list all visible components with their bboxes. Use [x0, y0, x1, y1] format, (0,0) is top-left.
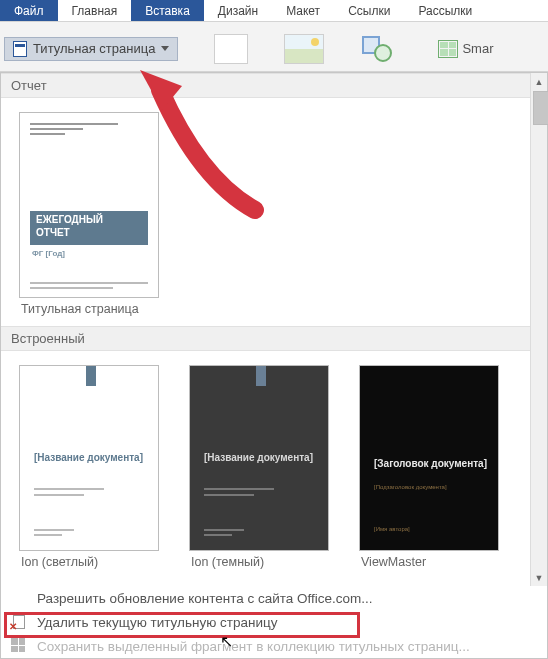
tab-design[interactable]: Дизайн	[204, 0, 272, 21]
ion-light-title: [Название документа]	[34, 452, 143, 464]
report-band-1: ЕЖЕГОДНЫЙ	[36, 214, 103, 225]
scroll-thumb[interactable]	[533, 91, 548, 125]
menubar: Файл Главная Вставка Дизайн Макет Ссылки…	[0, 0, 548, 22]
section-report: Отчет	[1, 73, 530, 98]
cover-page-icon	[13, 41, 27, 57]
ion-light-caption: Ion (светлый)	[19, 551, 159, 573]
vm-author: [Имя автора]	[374, 526, 410, 532]
gallery-item-ion-dark[interactable]: [Название документа] Ion (темный)	[189, 365, 329, 573]
cover-page-gallery: Отчет ЕЖЕГОДНЫЙ ОТЧЕТ ФГ [Год] Титульная…	[0, 72, 548, 659]
tab-file[interactable]: Файл	[0, 0, 58, 21]
tab-mailings[interactable]: Рассылки	[404, 0, 486, 21]
report-sub: ФГ [Год]	[32, 249, 65, 258]
vm-title: [Заголовок документа]	[374, 458, 487, 470]
menu-remove-current-label: Удалить текущую титульную страницу	[37, 615, 277, 630]
ion-dark-title: [Название документа]	[204, 452, 313, 464]
remove-page-icon: ✕	[11, 614, 27, 630]
menu-allow-update-label: Разрешить обновление контента с сайта Of…	[37, 591, 373, 606]
menu-save-selection: Сохранить выделенный фрагмент в коллекци…	[1, 634, 547, 658]
smartart-label: Smar	[462, 41, 493, 56]
scroll-down-icon[interactable]: ▼	[531, 569, 547, 586]
gallery-item-ion-light[interactable]: [Название документа] Ion (светлый)	[19, 365, 159, 573]
tab-references[interactable]: Ссылки	[334, 0, 404, 21]
tab-home[interactable]: Главная	[58, 0, 132, 21]
globe-icon	[11, 590, 27, 606]
menu-allow-update[interactable]: Разрешить обновление контента с сайта Of…	[1, 586, 547, 610]
gallery-item-report[interactable]: ЕЖЕГОДНЫЙ ОТЧЕТ ФГ [Год] Титульная стран…	[19, 112, 159, 320]
report-caption: Титульная страница	[19, 298, 159, 320]
table-button[interactable]	[214, 34, 248, 64]
scroll-up-icon[interactable]: ▲	[531, 73, 547, 90]
shapes-button[interactable]	[360, 34, 402, 64]
smartart-icon	[438, 40, 458, 58]
vm-caption: ViewMaster	[359, 551, 499, 573]
tab-insert[interactable]: Вставка	[131, 0, 204, 21]
report-band-2: ОТЧЕТ	[36, 227, 70, 238]
section-builtin: Встроенный	[1, 326, 530, 351]
smartart-button[interactable]: Smar	[438, 40, 493, 58]
vm-sub: [Подзаголовок документа]	[374, 484, 447, 490]
gallery-scrollbar[interactable]: ▲ ▼	[530, 73, 547, 586]
cover-page-dropdown[interactable]: Титульная страница	[4, 37, 178, 61]
pictures-button[interactable]	[284, 34, 324, 64]
gallery-footer-menu: Разрешить обновление контента с сайта Of…	[1, 586, 547, 658]
menu-save-selection-label: Сохранить выделенный фрагмент в коллекци…	[37, 639, 470, 654]
menu-remove-current[interactable]: ✕ Удалить текущую титульную страницу	[1, 610, 547, 634]
chevron-down-icon	[161, 46, 169, 51]
ion-dark-caption: Ion (темный)	[189, 551, 329, 573]
cover-page-label: Титульная страница	[33, 41, 155, 56]
ribbon: Титульная страница Smar	[0, 22, 548, 72]
gallery-item-viewmaster[interactable]: [Заголовок документа] [Подзаголовок доку…	[359, 365, 499, 573]
tab-layout[interactable]: Макет	[272, 0, 334, 21]
save-selection-icon	[11, 638, 27, 654]
